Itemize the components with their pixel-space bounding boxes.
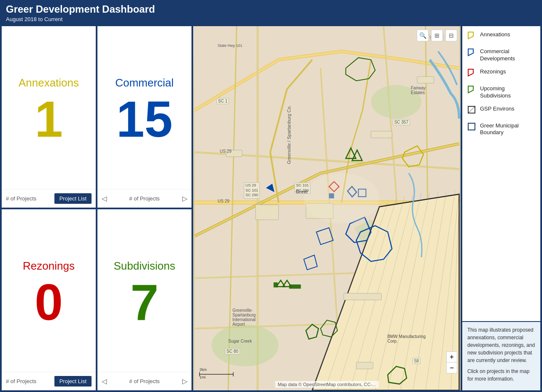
- map-label-highway101: State Hwy 101: [216, 43, 244, 48]
- legend-boundary: Greer Municipal Boundary: [467, 122, 535, 137]
- subdivisions-legend-label: Upcoming Subdivisions: [480, 85, 535, 100]
- legend-subdivisions: Upcoming Subdivisions: [467, 85, 535, 100]
- main-layout: Annexations 1 # of Projects Project List…: [0, 26, 542, 392]
- map-qr-button[interactable]: ⊟: [445, 30, 457, 41]
- map-background: SC 3... SC 1 SC 357 US 29 US 29SC 101SC …: [193, 26, 461, 390]
- svg-line-3: [312, 207, 379, 390]
- stat-cards-panel: Annexations 1 # of Projects Project List…: [2, 26, 191, 390]
- map-zoom-in-button[interactable]: +: [446, 351, 457, 362]
- map-zoom-out-button[interactable]: −: [446, 362, 457, 373]
- svg-marker-21: [283, 280, 291, 287]
- commercial-footer: ◁ # of Projects ▷: [97, 189, 191, 208]
- subdivisions-footer-label[interactable]: # of Projects: [129, 378, 159, 384]
- map-label-us29: US 29: [218, 149, 233, 154]
- svg-rect-26: [306, 203, 333, 219]
- subdivisions-footer: ◁ # of Projects ▷: [97, 372, 191, 390]
- rezonings-footer: # of Projects Project List: [2, 372, 96, 390]
- map-label-sc1: SC 1: [216, 98, 229, 104]
- svg-line-5: [337, 199, 396, 390]
- boundary-legend-label: Greer Municipal Boundary: [480, 122, 535, 137]
- subdivisions-title: Subdivisions: [114, 260, 175, 273]
- commercial-footer-label[interactable]: # of Projects: [129, 195, 159, 202]
- dashboard-subtitle: August 2018 to Current: [6, 16, 536, 22]
- legend-panel: Annexations Commercial Developments: [462, 26, 540, 390]
- svg-marker-19: [346, 148, 356, 159]
- boundary-legend-icon: [467, 122, 477, 133]
- scale-bar-svg: 2km 1mi: [197, 366, 240, 378]
- svg-marker-37: [468, 32, 473, 39]
- svg-rect-43: [468, 123, 475, 130]
- rezonings-title: Rezonings: [23, 260, 75, 273]
- svg-line-7: [363, 195, 413, 390]
- commercial-number: 15: [116, 94, 173, 144]
- annexations-footer: # of Projects Project List: [2, 189, 96, 208]
- map-search-button[interactable]: 🔍: [417, 30, 429, 41]
- svg-marker-40: [468, 86, 473, 93]
- map-label-sugarcreek: Sugar Creek: [227, 338, 253, 344]
- svg-rect-28: [417, 76, 434, 83]
- svg-line-4: [325, 203, 388, 390]
- svg-marker-38: [468, 49, 473, 56]
- svg-rect-18: [289, 284, 301, 289]
- legend-commercial: Commercial Developments: [467, 48, 535, 62]
- subdivisions-nav: ◁ # of Projects ▷: [102, 377, 187, 385]
- map-label-sc80: SC 80: [225, 348, 240, 354]
- rezonings-card: Rezonings 0 # of Projects Project List: [2, 209, 96, 391]
- commercial-prev-button[interactable]: ◁: [102, 195, 107, 203]
- svg-point-2: [211, 324, 278, 367]
- map-layers-button[interactable]: ⊞: [431, 30, 443, 41]
- gsp-legend-label: GSP Environs: [480, 105, 514, 113]
- map-area[interactable]: SC 3... SC 1 SC 357 US 29 US 29SC 101SC …: [193, 26, 461, 390]
- svg-rect-29: [344, 293, 382, 300]
- map-label-us29-sc101: US 29SC 101SC 290: [244, 182, 260, 199]
- rezonings-project-list-button[interactable]: Project List: [54, 376, 92, 387]
- svg-point-31: [304, 173, 379, 223]
- annexations-project-list-button[interactable]: Project List: [54, 193, 92, 204]
- annexations-footer-label[interactable]: # of Projects: [6, 195, 36, 202]
- commercial-title: Commercial: [115, 76, 174, 89]
- map-label-fairway: FairwayEstates: [410, 85, 427, 95]
- commercial-card: Commercial 15 ◁ # of Projects ▷: [97, 26, 191, 208]
- map-label-us29b: US 29: [216, 198, 231, 204]
- legend-items: Annexations Commercial Developments: [462, 26, 540, 321]
- map-scale: 2km 1mi: [197, 366, 240, 380]
- svg-line-42: [468, 106, 475, 113]
- rezonings-legend-icon: [467, 68, 477, 79]
- map-label-gsp: Greenville-SpartanburgInternationalAirpo…: [231, 308, 257, 327]
- annexations-legend-icon: [467, 31, 477, 42]
- map-zoom-controls: + −: [446, 351, 457, 373]
- svg-text:1mi: 1mi: [200, 375, 206, 378]
- svg-rect-25: [256, 205, 279, 220]
- commercial-next-button[interactable]: ▷: [182, 195, 187, 203]
- svg-marker-39: [468, 69, 473, 76]
- svg-rect-27: [371, 131, 392, 138]
- svg-rect-15: [359, 189, 366, 197]
- subdivisions-legend-icon: [467, 85, 477, 96]
- rezonings-number: 0: [35, 277, 63, 327]
- map-label-greer: Greer: [294, 189, 309, 195]
- map-label-bmw: BMW ManufacturingCorp.: [386, 334, 427, 344]
- rezonings-legend-label: Rezonings: [480, 68, 506, 76]
- annexations-title: Annexations: [19, 76, 79, 89]
- map-controls: 🔍 ⊞ ⊟: [417, 30, 457, 41]
- annexations-legend-label: Annexations: [480, 31, 510, 38]
- svg-marker-22: [277, 280, 285, 287]
- subdivisions-number: 7: [130, 277, 159, 327]
- rezonings-footer-label[interactable]: # of Projects: [6, 378, 36, 384]
- annexations-number: 1: [35, 94, 63, 144]
- legend-annexations: Annexations: [467, 31, 535, 42]
- svg-marker-23: [263, 210, 270, 215]
- subdivisions-next-button[interactable]: ▷: [182, 377, 187, 385]
- info-box: This map illustrates proposed annexation…: [462, 321, 540, 390]
- commercial-nav: ◁ # of Projects ▷: [102, 195, 187, 203]
- svg-line-6: [350, 197, 404, 390]
- commercial-legend-icon: [467, 48, 477, 59]
- svg-marker-20: [352, 150, 362, 161]
- subdivisions-card: Subdivisions 7 ◁ # of Projects ▷: [97, 209, 191, 391]
- gsp-legend-icon: [467, 105, 477, 116]
- svg-text:2km: 2km: [200, 368, 207, 372]
- subdivisions-prev-button[interactable]: ◁: [102, 377, 107, 385]
- svg-rect-30: [356, 362, 373, 369]
- legend-rezonings: Rezonings: [467, 68, 535, 79]
- map-label-sc357: SC 357: [393, 119, 410, 125]
